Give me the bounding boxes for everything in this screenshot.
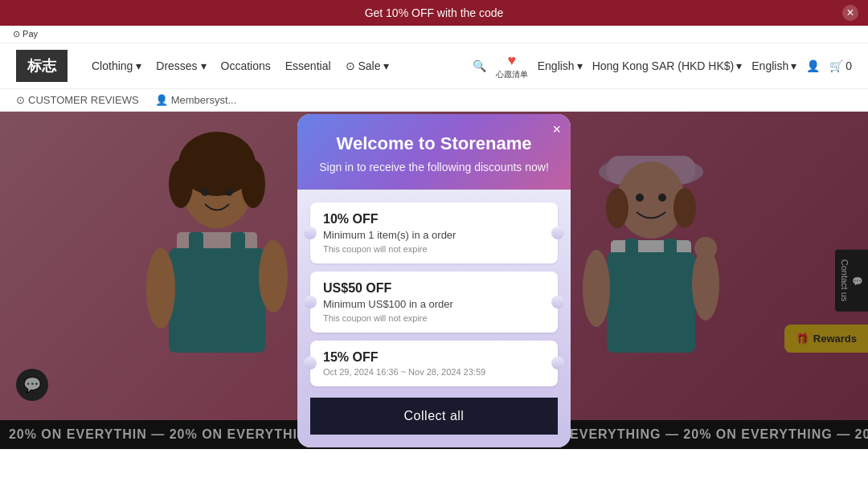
announcement-bar: Get 10% OFF with the code ×	[0, 0, 868, 26]
cart-button[interactable]: 🛒0	[829, 59, 852, 72]
modal-overlay: × Welcome to Storename Sign in to receiv…	[0, 112, 868, 449]
coupon-card-2: US$50 OFF Minimum US$100 in a order This…	[310, 272, 558, 333]
coupon-2-subtitle: Minimum US$100 in a order	[323, 298, 545, 310]
nav-item-occations[interactable]: Occations	[221, 59, 271, 72]
modal-close-button[interactable]: ×	[552, 122, 561, 137]
nav-right: 🔍 ♥ 心愿清单 English ▾ Hong Kong SAR (HKD HK…	[473, 52, 852, 80]
main-nav: 标志 Clothing ▾ Dresses ▾ Occations Essent…	[0, 43, 868, 89]
announcement-text: Get 10% OFF with the code	[365, 6, 504, 19]
language1-selector[interactable]: English ▾	[538, 59, 583, 72]
logo[interactable]: 标志	[16, 50, 68, 82]
coupon-2-expiry: This coupon will not expire	[323, 313, 545, 323]
coupon-1-title: 10% OFF	[323, 212, 545, 227]
logo-text: 标志	[27, 58, 56, 74]
coupon-2-title: US$50 OFF	[323, 281, 545, 296]
coupon-card-1: 10% OFF Minimum 1 item(s) in a order Thi…	[310, 202, 558, 263]
coupon-card-3: 15% OFF Oct 29, 2024 16:36 ~ Nov 28, 202…	[310, 341, 558, 386]
sub-nav: ⊙ CUSTOMER REVIEWS 👤 Membersyst...	[0, 89, 868, 112]
member-icon: 👤	[155, 94, 168, 106]
modal-header: × Welcome to Storename Sign in to receiv…	[297, 114, 571, 190]
modal-title: Welcome to Storename	[313, 133, 555, 154]
account-button[interactable]: 👤	[806, 59, 820, 72]
hero-section: 🎁 Rewards 💬 Contact us 💬 20% ON EVERYTHI…	[0, 112, 868, 449]
nav-item-sale[interactable]: ⊙ Sale ▾	[346, 59, 390, 72]
nav-links: Clothing ▾ Dresses ▾ Occations Essential…	[92, 59, 457, 72]
region-selector[interactable]: Hong Kong SAR (HKD HK$) ▾	[592, 59, 743, 72]
wishlist-button[interactable]: ♥ 心愿清单	[496, 52, 528, 80]
coupon-3-expiry: Oct 29, 2024 16:36 ~ Nov 28, 2024 23:59	[323, 367, 545, 377]
collect-all-button[interactable]: Collect all	[310, 398, 558, 435]
coupon-1-expiry: This coupon will not expire	[323, 244, 545, 254]
sub-nav-member[interactable]: 👤 Membersyst...	[155, 94, 237, 106]
wishlist-label: 心愿清单	[496, 69, 528, 80]
nav-item-clothing[interactable]: Clothing ▾	[92, 59, 141, 72]
heart-icon: ♥	[496, 52, 528, 69]
member-label: Membersyst...	[171, 94, 237, 106]
language2-selector[interactable]: English ▾	[751, 59, 796, 72]
reviews-icon: ⊙	[16, 94, 25, 106]
cart-count: 0	[845, 59, 852, 72]
nav-item-dresses[interactable]: Dresses ▾	[156, 59, 206, 72]
modal-subtitle: Sign in to receive the following discoun…	[313, 161, 555, 174]
coupon-1-subtitle: Minimum 1 item(s) in a order	[323, 229, 545, 241]
coupon-3-title: 15% OFF	[323, 350, 545, 365]
announcement-close-button[interactable]: ×	[842, 5, 858, 21]
reviews-label: CUSTOMER REVIEWS	[28, 94, 139, 106]
sub-nav-reviews[interactable]: ⊙ CUSTOMER REVIEWS	[16, 94, 139, 106]
apple-pay-label: ⊙ Pay	[13, 29, 38, 39]
modal-body: 10% OFF Minimum 1 item(s) in a order Thi…	[297, 190, 571, 447]
search-button[interactable]: 🔍	[473, 59, 486, 72]
discount-modal: × Welcome to Storename Sign in to receiv…	[297, 114, 571, 447]
nav-item-essential[interactable]: Essential	[285, 59, 331, 72]
apple-pay-bar: ⊙ Pay	[0, 26, 868, 43]
